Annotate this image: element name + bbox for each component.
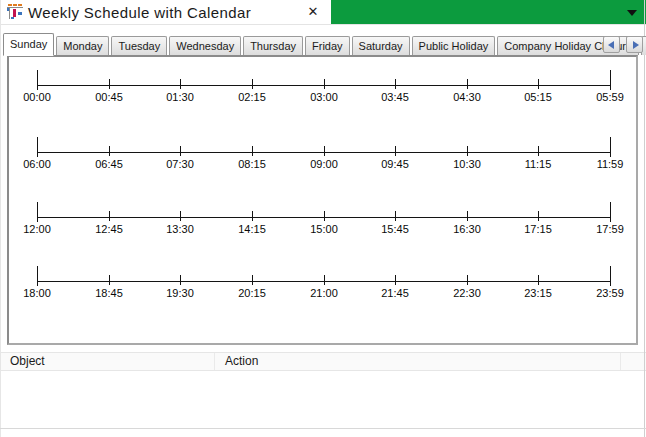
schedule-timeline-panel: 00:0000:4501:3002:1503:0003:4504:3005:15… bbox=[7, 55, 638, 345]
timeline-time-label: 21:00 bbox=[306, 287, 342, 299]
day-tab-sunday[interactable]: Sunday bbox=[3, 33, 54, 56]
timeline-tick bbox=[109, 275, 110, 285]
timeline-tick bbox=[538, 146, 539, 156]
timeline-time-label: 00:00 bbox=[19, 91, 55, 103]
timeline-time-label: 18:45 bbox=[91, 287, 127, 299]
day-tab-public-holiday[interactable]: Public Holiday bbox=[412, 36, 496, 55]
document-tab-strip: Weekly Schedule with Calendar ✕ bbox=[0, 0, 646, 24]
window-bottom-line bbox=[0, 428, 646, 429]
weekly-schedule-window: Weekly Schedule with Calendar ✕ SundayMo… bbox=[0, 0, 646, 437]
timeline-tick bbox=[324, 79, 325, 89]
day-tab-wednesday[interactable]: Wednesday bbox=[169, 36, 241, 55]
column-header-object[interactable]: Object bbox=[0, 353, 215, 370]
timeline-tick bbox=[610, 202, 611, 222]
timeline-time-label: 01:30 bbox=[162, 91, 198, 103]
timeline-time-label: 08:15 bbox=[234, 158, 270, 170]
timeline-tick bbox=[37, 202, 38, 222]
timeline-tick bbox=[538, 275, 539, 285]
timeline-tick bbox=[467, 79, 468, 89]
timeline-time-label: 20:15 bbox=[234, 287, 270, 299]
timeline-tick bbox=[610, 137, 611, 157]
timeline-tick bbox=[610, 266, 611, 286]
window-left-edge bbox=[0, 0, 1, 437]
timeline-tick bbox=[324, 211, 325, 221]
timeline-tick bbox=[467, 275, 468, 285]
timeline-tick bbox=[467, 146, 468, 156]
timeline-tick bbox=[109, 211, 110, 221]
timeline-time-label: 12:00 bbox=[19, 223, 55, 235]
timeline-time-label: 17:59 bbox=[592, 223, 628, 235]
timeline-time-label: 15:45 bbox=[377, 223, 413, 235]
timeline-time-label: 03:00 bbox=[306, 91, 342, 103]
timeline-tick bbox=[395, 146, 396, 156]
timeline-time-label: 06:45 bbox=[91, 158, 127, 170]
weekly-schedule-gantt-icon bbox=[7, 4, 23, 20]
timeline-tick bbox=[37, 137, 38, 157]
day-tab-bar: SundayMondayTuesdayWednesdayThursdayFrid… bbox=[3, 33, 646, 55]
timeline-tick bbox=[180, 79, 181, 89]
timeline-tick bbox=[180, 211, 181, 221]
timeline-time-label: 05:59 bbox=[592, 91, 628, 103]
right-triangle-icon bbox=[633, 41, 639, 49]
document-tab-title: Weekly Schedule with Calendar bbox=[28, 4, 251, 21]
action-table-header: ObjectAction bbox=[0, 352, 646, 371]
timeline-tick bbox=[395, 211, 396, 221]
timeline-time-label: 21:45 bbox=[377, 287, 413, 299]
timeline-tick bbox=[610, 70, 611, 90]
day-tab-thursday[interactable]: Thursday bbox=[243, 36, 303, 55]
timeline-time-label: 23:15 bbox=[520, 287, 556, 299]
day-tab-friday[interactable]: Friday bbox=[305, 36, 350, 55]
timeline-time-label: 04:30 bbox=[449, 91, 485, 103]
tab-scroll-right-button[interactable] bbox=[626, 36, 643, 53]
timeline-tick bbox=[252, 146, 253, 156]
timeline-time-label: 18:00 bbox=[19, 287, 55, 299]
day-tab-monday[interactable]: Monday bbox=[56, 36, 109, 55]
timeline-time-label: 13:30 bbox=[162, 223, 198, 235]
column-header-action[interactable]: Action bbox=[215, 353, 621, 370]
timeline-time-label: 12:45 bbox=[91, 223, 127, 235]
timeline-tick bbox=[395, 79, 396, 89]
timeline-time-label: 10:30 bbox=[449, 158, 485, 170]
day-tab-saturday[interactable]: Saturday bbox=[352, 36, 410, 55]
timeline-tick bbox=[37, 70, 38, 90]
column-header-filler bbox=[621, 353, 646, 370]
timeline-time-label: 09:45 bbox=[377, 158, 413, 170]
window-right-edge bbox=[644, 0, 645, 437]
timeline-tick bbox=[538, 211, 539, 221]
timeline-tick bbox=[252, 211, 253, 221]
timeline-tick bbox=[37, 266, 38, 286]
tab-list-dropdown-icon[interactable] bbox=[627, 10, 637, 16]
timeline-canvas[interactable]: 00:0000:4501:3002:1503:0003:4504:3005:15… bbox=[9, 57, 636, 343]
close-icon[interactable]: ✕ bbox=[304, 3, 322, 21]
timeline-time-label: 15:00 bbox=[306, 223, 342, 235]
timeline-tick bbox=[467, 211, 468, 221]
timeline-time-label: 11:15 bbox=[520, 158, 556, 170]
timeline-tick bbox=[538, 79, 539, 89]
timeline-tick bbox=[324, 275, 325, 285]
timeline-time-label: 06:00 bbox=[19, 158, 55, 170]
timeline-tick bbox=[180, 275, 181, 285]
timeline-time-label: 23:59 bbox=[592, 287, 628, 299]
timeline-time-label: 17:15 bbox=[520, 223, 556, 235]
action-table-body[interactable] bbox=[0, 371, 646, 428]
strip-separator bbox=[0, 24, 646, 25]
timeline-time-label: 11:59 bbox=[592, 158, 628, 170]
document-tab-weekly-schedule[interactable]: Weekly Schedule with Calendar ✕ bbox=[0, 0, 331, 24]
timeline-time-label: 19:30 bbox=[162, 287, 198, 299]
timeline-time-label: 03:45 bbox=[377, 91, 413, 103]
timeline-time-label: 02:15 bbox=[234, 91, 270, 103]
tab-scroll-left-button[interactable] bbox=[603, 36, 620, 53]
tab-scroll-buttons bbox=[601, 36, 643, 57]
timeline-tick bbox=[324, 146, 325, 156]
timeline-tick bbox=[252, 79, 253, 89]
timeline-tick bbox=[109, 79, 110, 89]
timeline-time-label: 07:30 bbox=[162, 158, 198, 170]
timeline-tick bbox=[109, 146, 110, 156]
timeline-time-label: 09:00 bbox=[306, 158, 342, 170]
timeline-time-label: 00:45 bbox=[91, 91, 127, 103]
timeline-tick bbox=[252, 275, 253, 285]
timeline-time-label: 14:15 bbox=[234, 223, 270, 235]
day-tab-tuesday[interactable]: Tuesday bbox=[111, 36, 167, 55]
timeline-tick bbox=[395, 275, 396, 285]
timeline-tick bbox=[180, 146, 181, 156]
